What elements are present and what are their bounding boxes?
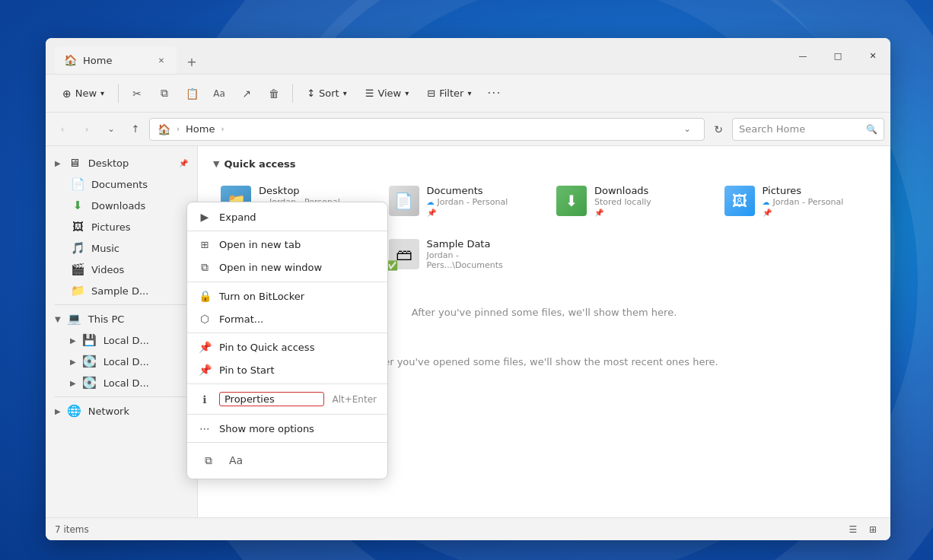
ctx-divider-1 xyxy=(187,231,387,231)
quick-access-header: ▼ Quick access xyxy=(213,158,875,170)
ctx-bitlocker[interactable]: 🔒 Turn on BitLocker xyxy=(187,285,387,307)
desktop-pin-icon: 📌 xyxy=(179,159,188,167)
sidebar-d3-label: Local D... xyxy=(103,377,149,389)
close-button[interactable]: ✕ xyxy=(855,38,890,74)
downloads-name: Downloads xyxy=(594,185,700,196)
sidebar-item-desktop[interactable]: ▶ 🖥 Desktop 📌 xyxy=(46,152,197,173)
ctx-expand[interactable]: ▶ Expand xyxy=(187,205,387,228)
ctx-props-label: Properties xyxy=(219,392,324,406)
grid-view-button[interactable]: ⊞ xyxy=(865,521,881,538)
ctx-bottom-copy-icon[interactable]: ⧉ xyxy=(198,450,219,471)
ctx-pin-quick-access[interactable]: 📌 Pin to Quick access xyxy=(187,336,387,358)
sidebar-item-documents[interactable]: 📄 Documents xyxy=(46,173,197,195)
sidebar-divider-2 xyxy=(55,396,188,397)
file-explorer-window: 🏠 Home ✕ + — □ ✕ ⊕ New ▾ ✂ ⧉ 📋 Aa ↗ 🗑 ↕ … xyxy=(46,38,890,540)
ctx-props-shortcut: Alt+Enter xyxy=(332,394,377,405)
new-button[interactable]: ⊕ New ▾ xyxy=(55,84,112,103)
pictures-cloud-icon: ☁ xyxy=(763,198,770,206)
sidebar-item-pictures[interactable]: 🖼 Pictures xyxy=(46,216,197,237)
search-icon[interactable]: 🔍 xyxy=(866,124,877,135)
sidebar-item-videos[interactable]: 🎬 Videos xyxy=(46,259,197,280)
ctx-show-more[interactable]: ⋯ Show more options xyxy=(187,417,387,440)
window-controls: — □ ✕ xyxy=(785,38,890,74)
paste-button[interactable]: 📋 xyxy=(180,81,204,106)
ctx-props-icon: ℹ xyxy=(198,393,212,406)
ctx-pin-start[interactable]: 📌 Pin to Start xyxy=(187,358,387,381)
ctx-pin-qa-label: Pin to Quick access xyxy=(219,342,377,353)
sidebar-item-downloads[interactable]: ⬇ Downloads xyxy=(46,195,197,216)
list-view-button[interactable]: ☰ xyxy=(845,521,861,538)
expand-button[interactable]: ⌄ xyxy=(100,119,122,140)
refresh-button[interactable]: ↻ xyxy=(708,119,729,140)
more-button[interactable]: ··· xyxy=(482,81,506,106)
rename-button[interactable]: Aa xyxy=(207,81,231,106)
share-button[interactable]: ↗ xyxy=(234,81,259,106)
pictures-name: Pictures xyxy=(763,185,868,196)
pictures-thumb: 🖼 xyxy=(724,186,755,216)
ctx-open-new-tab[interactable]: ⊞ Open in new tab xyxy=(187,234,387,256)
pictures-info: Pictures ☁ Jordan - Personal 📌 xyxy=(763,185,868,217)
sidebar-local-d1[interactable]: ▶ 💾 Local D... xyxy=(46,329,197,351)
ctx-open-new-window[interactable]: ⧉ Open in new window xyxy=(187,256,387,279)
tab-close-button[interactable]: ✕ xyxy=(155,54,167,66)
new-tab-button[interactable]: + xyxy=(180,49,204,74)
filter-button[interactable]: ⊟ Filter ▾ xyxy=(419,84,479,103)
ctx-format-label: Format... xyxy=(219,313,377,325)
d3-icon: 💽 xyxy=(82,376,97,390)
sidebar-network[interactable]: ▶ 🌐 Network xyxy=(46,400,197,422)
minimize-button[interactable]: — xyxy=(785,38,820,74)
new-dropdown-icon: ▾ xyxy=(100,89,104,97)
tab-home-label: Home xyxy=(83,55,112,66)
ctx-properties[interactable]: ℹ Properties Alt+Enter xyxy=(187,387,387,412)
forward-button[interactable]: › xyxy=(76,119,97,140)
docs-icon: 📄 xyxy=(70,177,85,191)
sort-label: Sort xyxy=(319,88,339,99)
sidebar-this-pc[interactable]: ▼ 💻 This PC xyxy=(46,308,197,329)
tabs-area: 🏠 Home ✕ + xyxy=(55,38,785,74)
file-item-downloads[interactable]: ⬇ Downloads Stored locally 📌 xyxy=(549,179,708,223)
sidebar-thispc-label: This PC xyxy=(88,313,125,325)
sidebar-network-label: Network xyxy=(88,406,129,417)
new-label: New xyxy=(75,88,97,99)
cut-button[interactable]: ✂ xyxy=(125,81,149,106)
sort-dropdown-icon: ▾ xyxy=(343,89,347,97)
documents-sub: ☁ Jordan - Personal xyxy=(427,197,533,207)
desktop-name: Desktop xyxy=(259,185,365,196)
search-placeholder: Search Home xyxy=(739,123,861,135)
documents-folder-icon: 📄 xyxy=(394,192,413,210)
d2-toggle-icon: ▶ xyxy=(70,358,76,366)
sidebar-local-d2[interactable]: ▶ 💽 Local D... xyxy=(46,351,197,372)
desktop-expand-icon: ▶ xyxy=(55,159,61,167)
file-item-documents[interactable]: 📄 Documents ☁ Jordan - Personal 📌 xyxy=(381,179,540,223)
delete-button[interactable]: 🗑 xyxy=(262,81,286,106)
address-dropdown-icon[interactable]: ⌄ xyxy=(678,120,696,138)
copy-button[interactable]: ⧉ xyxy=(152,81,177,106)
sidebar-divider-1 xyxy=(55,304,188,305)
ctx-new-win-label: Open in new window xyxy=(219,262,377,273)
search-box[interactable]: Search Home 🔍 xyxy=(732,118,884,141)
sidebar-pic-label: Pictures xyxy=(91,221,130,233)
tab-home[interactable]: 🏠 Home ✕ xyxy=(55,46,177,74)
sort-button[interactable]: ↕ Sort ▾ xyxy=(299,84,355,103)
sidebar-docs-label: Documents xyxy=(91,179,148,190)
status-bar: 7 items ☰ ⊞ xyxy=(46,517,890,540)
downloads-folder-icon: ⬇ xyxy=(565,192,578,210)
back-button[interactable]: ‹ xyxy=(52,119,73,140)
context-menu: ▶ Expand ⊞ Open in new tab ⧉ Open in new… xyxy=(186,202,388,479)
view-button[interactable]: ☰ View ▾ xyxy=(358,84,417,103)
file-item-pictures[interactable]: 🖼 Pictures ☁ Jordan - Personal 📌 xyxy=(717,179,876,223)
maximize-button[interactable]: □ xyxy=(820,38,855,74)
pictures-pin-badge: 📌 xyxy=(763,208,868,217)
ctx-format[interactable]: ⬡ Format... xyxy=(187,307,387,330)
file-item-sample-data[interactable]: 🗃 ✅ Sample Data Jordan - Pers...\Documen… xyxy=(381,232,540,276)
sidebar-d2-label: Local D... xyxy=(103,356,149,368)
d1-toggle-icon: ▶ xyxy=(70,336,76,345)
ctx-bottom-rename-icon[interactable]: Aa xyxy=(225,450,247,471)
up-button[interactable]: ↑ xyxy=(125,119,146,140)
sidebar-item-sample[interactable]: 📁 Sample D... xyxy=(46,280,197,301)
quick-access-toggle[interactable]: ▼ xyxy=(213,159,219,169)
sidebar-item-music[interactable]: 🎵 Music xyxy=(46,237,197,259)
address-bar[interactable]: 🏠 › Home › ⌄ xyxy=(149,118,705,141)
sidebar-local-d3[interactable]: ▶ 💽 Local D... xyxy=(46,372,197,393)
ctx-pin-qa-icon: 📌 xyxy=(198,341,212,353)
